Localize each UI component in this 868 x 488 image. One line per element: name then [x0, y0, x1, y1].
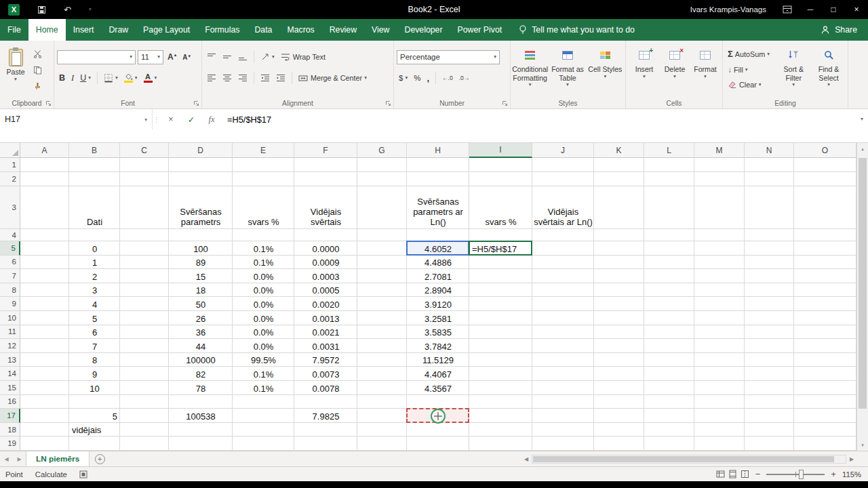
decrease-indent-button[interactable] — [258, 72, 272, 84]
hscroll-left-icon[interactable]: ◀ — [521, 456, 532, 462]
scroll-down-icon[interactable]: ▾ — [857, 439, 868, 451]
cell-I3[interactable]: svars % — [469, 186, 532, 229]
fill-color-button[interactable]: ▾ — [122, 72, 140, 84]
cell-E7[interactable]: 0.0% — [233, 269, 294, 283]
minimize-button[interactable]: ─ — [799, 0, 822, 19]
tab-file[interactable]: File — [0, 19, 28, 41]
row-header-2[interactable]: 2 — [0, 172, 20, 186]
column-header-M[interactable]: M — [694, 143, 745, 158]
view-page-break-icon[interactable] — [741, 470, 749, 479]
zoom-in-button[interactable]: + — [831, 469, 836, 479]
row-header-16[interactable]: 16 — [0, 395, 20, 409]
view-normal-icon[interactable] — [716, 470, 725, 479]
name-box[interactable]: H17 ▾ — [0, 109, 153, 129]
zoom-slider[interactable] — [766, 474, 825, 475]
copy-button[interactable] — [31, 64, 44, 76]
hscroll-thumb[interactable] — [533, 456, 834, 462]
cell-B18[interactable]: vidējais — [69, 423, 120, 437]
autosum-button[interactable]: Σ AutoSum ▾ — [726, 47, 776, 60]
cell-B6[interactable]: 1 — [69, 256, 120, 270]
format-as-table-button[interactable]: Format as Table ▾ — [549, 43, 586, 98]
cut-button[interactable] — [31, 48, 44, 60]
cell-E10[interactable]: 0.0% — [233, 311, 294, 325]
clipboard-dialog-launcher[interactable] — [45, 100, 52, 106]
increase-indent-button[interactable] — [274, 72, 288, 84]
column-header-O[interactable]: O — [794, 143, 856, 158]
ribbon-display-options-icon[interactable] — [783, 5, 792, 14]
row-header-6[interactable]: 6 — [0, 256, 20, 270]
zoom-out-button[interactable]: − — [755, 469, 761, 479]
cell-D14[interactable]: 82 — [169, 367, 233, 381]
number-format-combo[interactable]: Percentage ▾ — [397, 50, 500, 64]
column-header-N[interactable]: N — [745, 143, 794, 158]
cell-B14[interactable]: 9 — [69, 367, 120, 381]
number-dialog-launcher[interactable] — [502, 100, 508, 106]
cell-D15[interactable]: 78 — [169, 381, 233, 395]
cell-H15[interactable]: 4.3567 — [407, 381, 469, 395]
font-color-button[interactable]: A ▾ — [142, 72, 159, 84]
column-header-G[interactable]: G — [357, 143, 407, 158]
cell-B12[interactable]: 7 — [69, 339, 120, 353]
cell-E9[interactable]: 0.0% — [233, 297, 294, 311]
share-button[interactable]: Share — [821, 19, 868, 41]
cell-E11[interactable]: 0.0% — [233, 325, 294, 340]
cell-E12[interactable]: 0.0% — [233, 339, 294, 353]
cell-J3[interactable]: Vidējais svērtais ar Ln() — [532, 186, 594, 229]
row-header-15[interactable]: 15 — [0, 381, 20, 395]
save-icon[interactable] — [37, 5, 46, 14]
tab-page-layout[interactable]: Page Layout — [136, 19, 197, 41]
accounting-format-button[interactable]: $▾ — [397, 73, 410, 83]
sheet-tab-ln-piemers[interactable]: LN piemērs — [26, 451, 90, 466]
column-header-L[interactable]: L — [644, 143, 694, 158]
cell-B17[interactable]: 5 — [69, 409, 120, 423]
align-middle-button[interactable] — [220, 51, 234, 63]
user-name[interactable]: Ivars Krampis-Vanags — [690, 5, 766, 14]
formula-bar-expand-icon[interactable]: ▾ — [861, 116, 863, 122]
column-header-J[interactable]: J — [532, 143, 594, 158]
hscroll-right-icon[interactable]: ▶ — [846, 456, 857, 462]
editing-cell-border[interactable] — [469, 241, 532, 256]
cell-E6[interactable]: 0.1% — [233, 256, 294, 270]
cell-D12[interactable]: 44 — [169, 339, 233, 353]
row-header-1[interactable]: 1 — [0, 158, 20, 172]
align-right-button[interactable] — [236, 72, 250, 84]
cell-B8[interactable]: 3 — [69, 283, 120, 298]
tab-data[interactable]: Data — [247, 19, 279, 41]
excel-logo-icon[interactable]: X — [8, 4, 20, 16]
cell-B3[interactable]: Dati — [69, 186, 120, 229]
cell-D9[interactable]: 50 — [169, 297, 233, 311]
delete-cells-button[interactable]: × Delete ▾ — [660, 43, 690, 98]
cell-H12[interactable]: 3.7842 — [407, 339, 469, 353]
cell-F11[interactable]: 0.0021 — [294, 325, 357, 340]
find-select-button[interactable]: Find & Select ▾ — [811, 43, 846, 98]
orientation-button[interactable]: ▾ — [258, 51, 277, 63]
status-calculate[interactable]: Calculate — [35, 470, 67, 479]
column-header-B[interactable]: B — [69, 143, 120, 158]
cancel-button[interactable]: × — [161, 109, 181, 129]
cell-F3[interactable]: Vidējais svērtais — [294, 186, 357, 229]
format-cells-button[interactable]: Format ▾ — [690, 43, 721, 98]
undo-icon[interactable]: ↶ — [64, 5, 71, 14]
cell-B9[interactable]: 4 — [69, 297, 120, 311]
cell-B10[interactable]: 5 — [69, 311, 120, 325]
cell-H8[interactable]: 2.8904 — [407, 283, 469, 298]
tab-insert[interactable]: Insert — [66, 19, 102, 41]
cell-F17[interactable]: 7.9825 — [294, 409, 357, 423]
column-header-H[interactable]: H — [407, 143, 469, 158]
increase-decimal-button[interactable]: ←.0 — [440, 73, 455, 83]
align-left-button[interactable] — [205, 72, 218, 84]
cell-D17[interactable]: 100538 — [169, 409, 233, 423]
cell-styles-button[interactable]: Cell Styles ▾ — [587, 43, 624, 98]
decrease-font-size-button[interactable]: A▾ — [180, 52, 193, 62]
cell-F7[interactable]: 0.0003 — [294, 269, 357, 283]
cell-B15[interactable]: 10 — [69, 381, 120, 395]
font-size-combo[interactable]: 11 ▾ — [138, 50, 163, 64]
cell-F12[interactable]: 0.0031 — [294, 339, 357, 353]
cell-B7[interactable]: 2 — [69, 269, 120, 283]
cell-H3[interactable]: Svēršanas parametrs ar Ln() — [407, 186, 469, 229]
select-all-button[interactable] — [0, 143, 20, 158]
row-header-17[interactable]: 17 — [0, 409, 20, 423]
formula-input[interactable]: =H5/$H$17 — [222, 109, 868, 129]
paste-button[interactable]: Paste ▾ — [3, 45, 28, 92]
increase-font-size-button[interactable]: A▴ — [165, 51, 178, 63]
